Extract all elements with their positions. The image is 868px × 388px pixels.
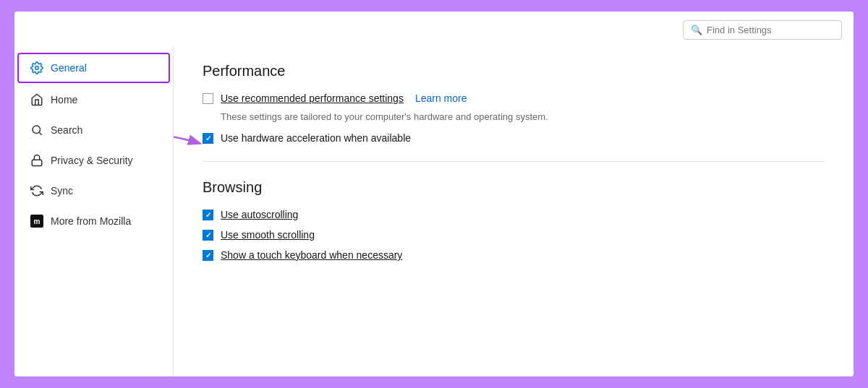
sidebar-mozilla-label: More from Mozilla	[51, 215, 131, 227]
autoscrolling-checkbox[interactable]	[203, 210, 213, 220]
content-area: General Home	[14, 46, 854, 376]
svg-point-0	[35, 66, 39, 70]
touch-keyboard-label: Show a touch keyboard when necessary	[221, 249, 402, 261]
smooth-scrolling-checkbox[interactable]	[203, 230, 213, 241]
sidebar-item-search[interactable]: Search	[19, 116, 169, 144]
sidebar-item-general[interactable]: General	[17, 53, 170, 83]
sidebar-home-label: Home	[51, 94, 77, 105]
svg-line-2	[39, 132, 41, 134]
recommended-checkbox[interactable]	[203, 93, 213, 104]
section-divider	[203, 161, 825, 162]
mozilla-icon: m	[30, 215, 43, 228]
touch-keyboard-row: Show a touch keyboard when necessary	[203, 249, 825, 261]
autoscrolling-checkbox-row: Use autoscrolling	[203, 209, 298, 220]
touch-keyboard-checkbox[interactable]	[203, 250, 213, 261]
autoscrolling-row: Use autoscrolling	[203, 209, 825, 220]
sync-icon	[30, 184, 43, 197]
svg-rect-3	[32, 160, 42, 165]
recommended-label: Use recommended performance settings	[221, 92, 404, 104]
recommended-settings-row: Use recommended performance settings Lea…	[203, 92, 825, 104]
sidebar-sync-label: Sync	[51, 185, 73, 197]
learn-more-link[interactable]: Learn more	[415, 92, 467, 104]
find-in-settings-input[interactable]	[707, 25, 834, 35]
annotation-arrow	[174, 129, 206, 158]
recommended-checkbox-row: Use recommended performance settings Lea…	[203, 92, 467, 104]
autoscrolling-label: Use autoscrolling	[221, 209, 298, 220]
smooth-scrolling-row: Use smooth scrolling	[203, 229, 825, 241]
sidebar-general-label: General	[51, 62, 87, 74]
svg-point-1	[33, 126, 41, 134]
sidebar-item-sync[interactable]: Sync	[19, 177, 169, 204]
sidebar-item-privacy[interactable]: Privacy & Security	[19, 147, 169, 174]
lock-icon	[30, 154, 43, 167]
hardware-accel-row: Use hardware acceleration when available	[203, 132, 411, 144]
sidebar-search-label: Search	[51, 124, 82, 136]
top-bar: 🔍	[14, 12, 854, 46]
main-content: Performance Use recommended performance …	[174, 46, 854, 376]
gear-icon	[30, 61, 43, 74]
settings-window: 🔍 General	[14, 12, 854, 376]
sidebar-item-home[interactable]: Home	[19, 86, 169, 113]
touch-keyboard-checkbox-row: Show a touch keyboard when necessary	[203, 249, 402, 261]
smooth-scrolling-label: Use smooth scrolling	[221, 229, 315, 241]
find-search-icon: 🔍	[691, 25, 702, 35]
sidebar-item-mozilla[interactable]: m More from Mozilla	[19, 207, 169, 235]
sidebar: General Home	[14, 46, 174, 376]
performance-desc: These settings are tailored to your comp…	[221, 111, 825, 122]
browsing-title: Browsing	[203, 179, 825, 196]
search-icon	[30, 124, 43, 137]
performance-title: Performance	[203, 63, 825, 79]
find-in-settings-box[interactable]: 🔍	[683, 20, 842, 40]
smooth-scrolling-checkbox-row: Use smooth scrolling	[203, 229, 315, 241]
home-icon	[30, 93, 43, 106]
sidebar-privacy-label: Privacy & Security	[51, 155, 133, 166]
hardware-accel-label: Use hardware acceleration when available	[221, 132, 411, 144]
